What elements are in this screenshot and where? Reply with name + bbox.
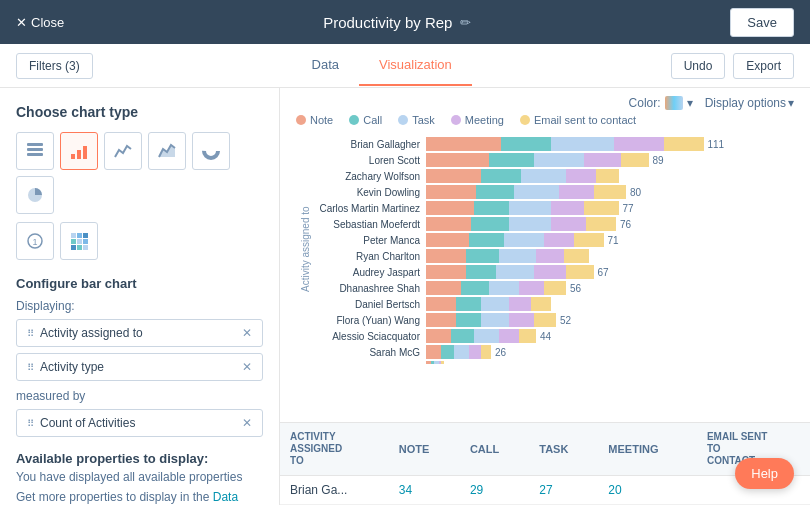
help-button[interactable]: Help xyxy=(735,458,794,489)
bar-segment xyxy=(504,233,544,247)
bar-label: Mike Hodsdon xyxy=(311,363,426,365)
bar-value: 76 xyxy=(620,219,631,230)
bar-value: 67 xyxy=(598,267,609,278)
bar-segment xyxy=(536,249,564,263)
bar-segment xyxy=(509,201,552,215)
left-panel: Choose chart type 1 xyxy=(0,88,280,505)
bar-row: Mike Hodsdon7 xyxy=(311,360,794,364)
remove-field3-button[interactable]: ✕ xyxy=(242,416,252,430)
bar-label: Ryan Charlton xyxy=(311,251,426,262)
chart-type-pie[interactable] xyxy=(16,176,54,214)
field-activity-assigned-label: Activity assigned to xyxy=(40,326,143,340)
cell-meeting[interactable]: 20 xyxy=(598,476,697,505)
export-button[interactable]: Export xyxy=(733,53,794,79)
bar-segment xyxy=(456,313,481,327)
bar-row: Sarah McG26 xyxy=(311,344,794,360)
bar-segment xyxy=(496,265,534,279)
cell-call[interactable]: 29 xyxy=(460,476,529,505)
field-activity-type[interactable]: ⠿ Activity type ✕ xyxy=(16,353,263,381)
close-button[interactable]: ✕ Close xyxy=(16,15,64,30)
svg-rect-20 xyxy=(83,245,88,250)
bar-group: 80 xyxy=(426,185,794,199)
bar-segment xyxy=(481,169,521,183)
legend-meeting-label: Meeting xyxy=(465,114,504,126)
bar-segment xyxy=(519,281,544,295)
bar-group: 89 xyxy=(426,153,794,167)
bar-segment xyxy=(441,345,454,359)
chart-type-heatmap[interactable] xyxy=(60,222,98,260)
bar-segment xyxy=(596,169,619,183)
remove-field1-button[interactable]: ✕ xyxy=(242,326,252,340)
legend-task-dot xyxy=(398,115,408,125)
bar-segment xyxy=(534,153,584,167)
tab-data[interactable]: Data xyxy=(292,45,359,86)
bar-row: Audrey Jaspart67 xyxy=(311,264,794,280)
bar-segment xyxy=(426,249,466,263)
field-activity-assigned[interactable]: ⠿ Activity assigned to ✕ xyxy=(16,319,263,347)
bar-segment xyxy=(426,265,466,279)
bar-value: 44 xyxy=(540,331,551,342)
svg-rect-0 xyxy=(27,143,43,146)
chart-type-table[interactable] xyxy=(16,132,54,170)
chart-type-area[interactable] xyxy=(148,132,186,170)
bar-segment xyxy=(426,169,481,183)
bar-segment xyxy=(521,169,566,183)
bar-group xyxy=(426,297,794,311)
chart-type-line[interactable] xyxy=(104,132,142,170)
cell-note[interactable]: 34 xyxy=(389,476,460,505)
bar-segment xyxy=(474,201,509,215)
displaying-label: Displaying: xyxy=(16,299,263,313)
svg-rect-4 xyxy=(77,150,81,159)
bar-group: 71 xyxy=(426,233,794,247)
bar-segment xyxy=(489,153,534,167)
chart-area: Activity assigned to Brian Gallagher111L… xyxy=(280,134,810,422)
field-count[interactable]: ⠿ Count of Activities ✕ xyxy=(16,409,263,437)
legend-task: Task xyxy=(398,114,435,126)
bar-label: Sarah McG xyxy=(311,347,426,358)
color-chevron-icon[interactable]: ▾ xyxy=(687,96,693,110)
svg-rect-5 xyxy=(83,146,87,159)
bar-segment xyxy=(564,249,589,263)
bar-group: 67 xyxy=(426,265,794,279)
chart-type-number[interactable]: 1 xyxy=(16,222,54,260)
chart-type-donut[interactable] xyxy=(192,132,230,170)
bar-segment xyxy=(426,329,451,343)
available-title: Available properties to display: xyxy=(16,451,263,466)
tabs: Data Visualization xyxy=(292,45,472,86)
bar-segment xyxy=(584,153,622,167)
color-swatch[interactable] xyxy=(665,96,683,110)
chart-type-bar[interactable] xyxy=(60,132,98,170)
bar-segment xyxy=(426,153,489,167)
available-desc: You have displayed all available propert… xyxy=(16,470,263,484)
bar-segment xyxy=(456,297,481,311)
display-options-label: Display options xyxy=(705,96,786,110)
header-title-area: Productivity by Rep ✏ xyxy=(323,14,471,31)
bar-label: Peter Manca xyxy=(311,235,426,246)
bar-segment xyxy=(481,297,509,311)
bar-row: Dhanashree Shah56 xyxy=(311,280,794,296)
bar-segment xyxy=(614,137,664,151)
close-icon: ✕ xyxy=(16,15,27,30)
bar-segment xyxy=(544,233,574,247)
bar-group xyxy=(426,249,794,263)
bar-value: 77 xyxy=(623,203,634,214)
bar-label: Dhanashree Shah xyxy=(311,283,426,294)
bar-segment xyxy=(426,185,476,199)
bar-segment xyxy=(451,329,474,343)
cell-task[interactable]: 27 xyxy=(529,476,598,505)
bar-segment xyxy=(509,313,534,327)
table-row: Brian Ga... 34 29 27 20 xyxy=(280,476,810,505)
bar-value: 52 xyxy=(560,315,571,326)
undo-button[interactable]: Undo xyxy=(671,53,726,79)
filters-button[interactable]: Filters (3) xyxy=(16,53,93,79)
edit-icon[interactable]: ✏ xyxy=(460,15,471,30)
save-button[interactable]: Save xyxy=(730,8,794,37)
tab-visualization[interactable]: Visualization xyxy=(359,45,472,86)
bar-segment xyxy=(426,137,501,151)
display-options-button[interactable]: Display options ▾ xyxy=(705,96,794,110)
toolbar: Filters (3) Data Visualization Undo Expo… xyxy=(0,44,810,88)
chart-type-row2: 1 xyxy=(16,222,263,260)
col-header-name: ACTIVITYASSIGNEDTO xyxy=(280,423,389,476)
remove-field2-button[interactable]: ✕ xyxy=(242,360,252,374)
bar-segment xyxy=(474,329,499,343)
